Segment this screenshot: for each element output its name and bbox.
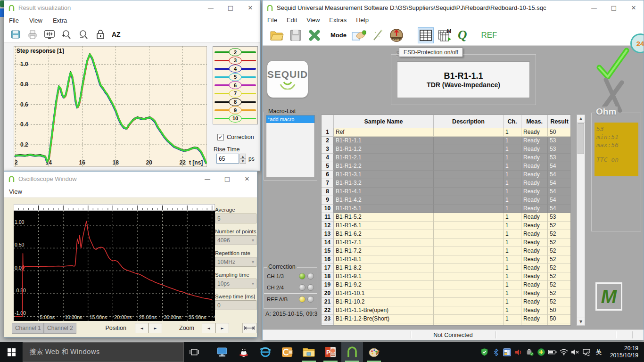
table-row-9[interactable]: 9B1-R1-4.21Ready54: [322, 196, 570, 205]
result-window-titlebar[interactable]: Result visualization — □ ✕: [4, 0, 260, 15]
save-icon[interactable]: [10, 29, 21, 40]
minimize-button[interactable]: —: [198, 172, 217, 186]
position-left-button[interactable]: ◄: [135, 323, 149, 333]
start-button[interactable]: [0, 342, 23, 362]
taskbar-search-input[interactable]: 搜索 Web 和 Windows: [23, 342, 184, 362]
macro-table-icon[interactable]: M: [437, 27, 453, 43]
scroll-up-icon[interactable]: ▲: [577, 115, 585, 123]
rise-time-input[interactable]: 65: [216, 154, 239, 164]
macro-list[interactable]: *add macro: [266, 115, 315, 177]
rise-time-stepper[interactable]: ▲▼: [239, 154, 246, 164]
correction-checkbox-row[interactable]: ✓ Correction: [217, 134, 254, 140]
column-header[interactable]: Meas.: [521, 115, 548, 128]
channel-1-button[interactable]: Channel 1: [12, 323, 44, 334]
scroll-down-icon[interactable]: ▼: [577, 318, 585, 325]
taskbar-clock[interactable]: 20:19 2015/10/19: [606, 345, 641, 359]
taskbar-app-qq[interactable]: [233, 342, 255, 362]
zoom-out-icon[interactable]: [78, 29, 89, 40]
task-view-button[interactable]: [184, 342, 205, 362]
table-row-13[interactable]: 13B1-R1-6.21Ready52: [322, 230, 570, 239]
fit-screen-icon[interactable]: [44, 29, 55, 40]
maximize-button[interactable]: □: [604, 0, 624, 15]
fit-width-button[interactable]: [242, 323, 257, 333]
macro-item[interactable]: *add macro: [266, 115, 314, 123]
column-header[interactable]: Result: [548, 115, 571, 128]
table-row-24[interactable]: 24B1-R1-10.1-B1Ready51: [322, 323, 570, 326]
bluetooth-icon[interactable]: [491, 346, 501, 359]
menu-extra[interactable]: Extra: [53, 17, 67, 24]
correction-checkbox[interactable]: ✓: [217, 134, 224, 140]
zoom-in-icon[interactable]: [61, 29, 72, 40]
step-response-chart[interactable]: 0.20.40.60.81.021416182022t [ns]Step res…: [14, 46, 207, 167]
table-row-15[interactable]: 15B1-R1-7.21Ready52: [322, 247, 570, 255]
menu-file[interactable]: File: [9, 17, 19, 24]
usb-device-icon[interactable]: [525, 346, 535, 359]
action-center-icon[interactable]: [582, 346, 591, 359]
delete-cross-icon[interactable]: [306, 27, 322, 43]
sort-az-button[interactable]: AZ: [112, 31, 121, 38]
menu-help[interactable]: Help: [356, 16, 369, 24]
table-row-7[interactable]: 7B1-R1-3.21Ready54: [322, 179, 570, 188]
table-row-17[interactable]: 17B1-R1-8.21Ready52: [322, 264, 570, 272]
battery-icon[interactable]: [548, 346, 557, 359]
zoom-out-button[interactable]: ◄: [202, 323, 215, 333]
menu-file[interactable]: File: [267, 16, 277, 24]
oscilloscope-chart[interactable]: 1.000.500.00-0.50-1.005.00ns10.00ns15.00…: [14, 204, 215, 321]
ime-panel-icon[interactable]: [503, 346, 512, 359]
stepper-down-icon[interactable]: ▼: [239, 159, 246, 164]
taskbar-app-internet-explorer[interactable]: [255, 342, 276, 362]
table-row-19[interactable]: 19B1-R1-9.21Ready52: [322, 281, 570, 289]
table-row-2[interactable]: 2B1-R1-1.11Ready53: [322, 137, 570, 145]
oscilloscope-titlebar[interactable]: Oscilloscope Window — □ ✕: [4, 172, 257, 186]
table-row-11[interactable]: 11B1-R1-5.21Ready53: [322, 213, 570, 222]
menu-extras[interactable]: Extras: [329, 16, 347, 24]
column-header[interactable]: Description: [434, 115, 504, 128]
wifi-icon[interactable]: [559, 346, 569, 359]
table-row-12[interactable]: 12B1-R1-6.11Ready52: [322, 222, 570, 230]
ref-button[interactable]: REF: [481, 31, 497, 40]
menu-view[interactable]: View: [29, 17, 42, 24]
table-row-5[interactable]: 5B1-R1-2.21Ready54: [322, 162, 570, 171]
taskbar-app-file-explorer[interactable]: [298, 342, 320, 362]
minimize-button[interactable]: —: [584, 0, 604, 15]
close-button[interactable]: ✕: [240, 0, 260, 15]
volume-muted-icon[interactable]: [570, 346, 580, 359]
volume-mixer-icon[interactable]: [514, 346, 523, 359]
q-button[interactable]: Q: [458, 28, 467, 42]
table-row-1[interactable]: 1Ref1Ready50: [322, 128, 570, 137]
table-scrollbar[interactable]: ▲ ▼: [577, 115, 585, 326]
position-right-button[interactable]: ►: [149, 323, 162, 333]
maximize-button[interactable]: □: [221, 0, 240, 15]
maximize-button[interactable]: □: [217, 172, 237, 186]
save-file-icon[interactable]: [288, 27, 304, 43]
lock-icon[interactable]: [95, 29, 106, 40]
channel-2-button[interactable]: Channel 2: [44, 323, 76, 334]
table-row-3[interactable]: 3B1-R1-1.21Ready53: [322, 145, 570, 154]
measure-button[interactable]: M: [595, 282, 622, 311]
table-row-18[interactable]: 18B1-R1-9.11Ready52: [322, 272, 570, 281]
scrollbar-thumb[interactable]: [578, 123, 584, 154]
wizard-pen-icon[interactable]: [370, 27, 386, 43]
table-row-22[interactable]: 22B1-R1-1.1-Bre(open)1Ready50: [322, 306, 570, 315]
menu-edit[interactable]: Edit: [287, 16, 297, 24]
table-row-6[interactable]: 6B1-R1-3.11Ready54: [322, 171, 570, 179]
notification-badge[interactable]: 24: [630, 33, 644, 53]
minimize-button[interactable]: —: [201, 0, 221, 15]
table-row-16[interactable]: 16B1-R1-8.11Ready52: [322, 255, 570, 264]
table-row-23[interactable]: 23B1-R1-1.2-Bre(Short)1Ready50: [322, 315, 570, 323]
stepper-up-icon[interactable]: ▲: [239, 154, 246, 159]
open-file-icon[interactable]: [269, 27, 285, 43]
column-header[interactable]: [322, 115, 334, 128]
security-shield-icon[interactable]: [480, 346, 489, 359]
ime-language-badge[interactable]: 英: [593, 348, 604, 356]
zoom-in-button[interactable]: ►: [215, 323, 229, 333]
column-header[interactable]: Ch.: [504, 115, 521, 128]
menu-view[interactable]: View: [306, 16, 320, 24]
close-button[interactable]: ✕: [624, 0, 644, 15]
table-row-10[interactable]: 10B1-R1-5.11Ready54: [322, 205, 570, 213]
menu-view[interactable]: View: [9, 188, 22, 195]
esd-protection-icon[interactable]: ESD: [388, 27, 405, 43]
table-row-21[interactable]: 21B1-R1-10.21Ready52: [322, 298, 570, 306]
column-header[interactable]: Sample Name: [334, 115, 434, 128]
table-row-8[interactable]: 8B1-R1-4.11Ready54: [322, 188, 570, 196]
